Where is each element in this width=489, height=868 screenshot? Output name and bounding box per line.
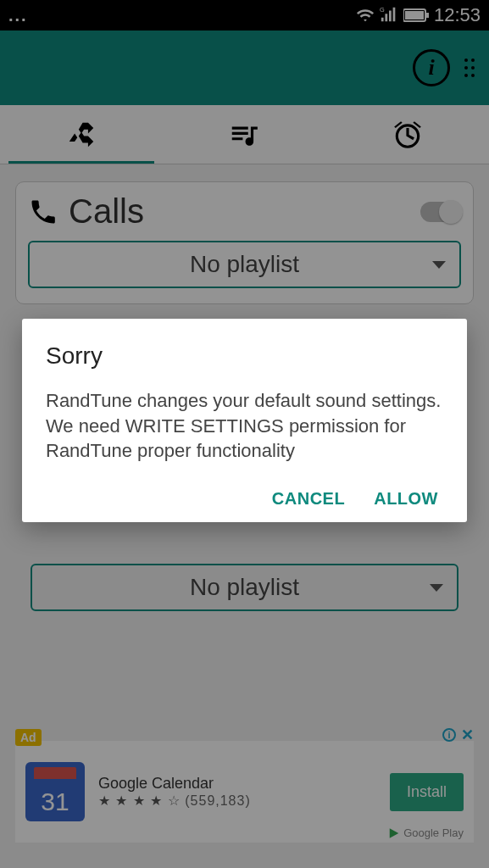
dialog-title: Sorry — [46, 342, 443, 370]
allow-button[interactable]: ALLOW — [374, 489, 438, 509]
permission-dialog: Sorry RandTune changes your default soun… — [22, 319, 467, 522]
phone-frame: ... G 12:53 i Calls — [0, 0, 489, 868]
cancel-button[interactable]: CANCEL — [272, 489, 345, 509]
dialog-actions: CANCEL ALLOW — [46, 489, 443, 509]
dialog-body: RandTune changes your default sound sett… — [46, 388, 443, 464]
